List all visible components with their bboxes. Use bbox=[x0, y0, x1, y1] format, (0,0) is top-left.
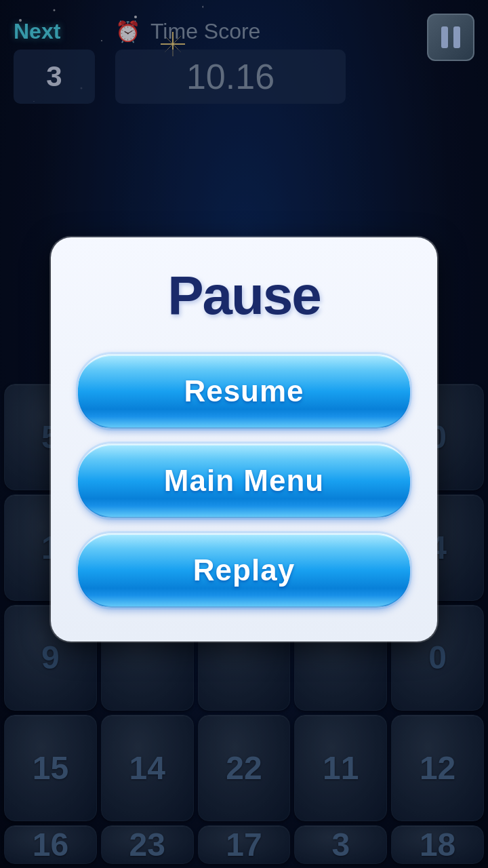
modal-title: Pause bbox=[78, 264, 410, 327]
pause-icon bbox=[441, 26, 460, 48]
pause-modal: Pause Resume Main Menu Replay bbox=[51, 237, 437, 642]
resume-button[interactable]: Resume bbox=[78, 354, 410, 429]
main-menu-button[interactable]: Main Menu bbox=[78, 443, 410, 518]
pause-button[interactable] bbox=[427, 14, 474, 61]
replay-button[interactable]: Replay bbox=[78, 533, 410, 608]
